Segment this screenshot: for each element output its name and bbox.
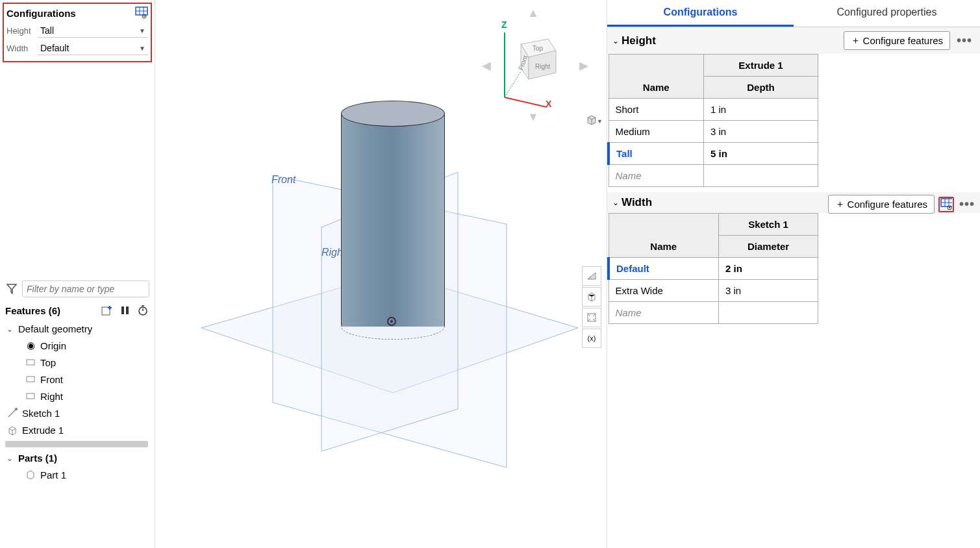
svg-line-25 [505,97,547,107]
tree-scrollbar[interactable] [5,441,148,447]
part-icon [25,469,36,480]
tool-variables-icon[interactable]: (x) [582,329,601,348]
configure-features-button-height[interactable]: ＋ Configure features [844,31,950,50]
col-group: Sketch 1 [718,214,818,236]
width-dropdown[interactable]: Default ▼ [38,42,148,55]
cell-value: 5 in [703,143,818,165]
viewport-toolstack: (x) [582,266,601,348]
width-label: Width [6,44,34,53]
origin-icon: ◉ [25,340,36,351]
tree-front[interactable]: Front [3,371,152,388]
tree-parts-header[interactable]: ⌄ Parts (1) [3,450,152,466]
chevron-down-icon: ▼ [139,45,145,52]
orbit-up-icon[interactable]: ▲ [527,6,539,20]
tab-configured-properties[interactable]: Configured properties [794,0,980,27]
plane-icon [25,373,36,385]
chevron-down-icon: ⌄ [612,198,619,207]
cell-name: Tall [609,143,703,165]
tree-right[interactable]: Right [3,388,152,405]
svg-text:Right: Right [535,63,551,70]
cylinder-part[interactable] [341,101,445,334]
scene-3d: Front Right [195,84,584,506]
table-row[interactable]: Medium3 in [609,121,818,143]
tree-origin[interactable]: ◉ Origin [3,337,152,354]
tree-top[interactable]: Top [3,354,152,371]
svg-rect-10 [126,306,129,314]
table-row-new[interactable]: Name [609,165,818,187]
height-label: Height [6,26,34,36]
tree-default-geometry[interactable]: ⌄ Default geometry [3,321,152,337]
table-row[interactable]: Short1 in [609,99,818,121]
configurations-panel: Configurations Height Tall ▼ Width Defau… [3,3,152,62]
cell-empty [703,165,818,187]
orbit-left-icon[interactable]: ◀ [482,58,491,73]
section-header-width[interactable]: ⌄ Width ＋ Configure features ••• [607,192,980,213]
tool-named-views-icon[interactable] [582,308,601,327]
more-options-icon[interactable]: ••• [954,33,975,48]
tree-part1[interactable]: Part 1 [3,466,152,483]
features-header: Features (6) [0,301,155,319]
cell-placeholder[interactable]: Name [609,302,718,324]
table-row-active[interactable]: Default2 in [609,258,818,280]
svg-point-38 [949,207,950,208]
cell-value: 3 in [703,121,818,143]
plane-icon [25,390,36,402]
tree-label: Origin [40,340,66,351]
cell-name: Default [609,258,718,280]
tree-sketch1[interactable]: Sketch 1 [3,405,152,421]
filter-input[interactable] [22,280,149,297]
table-visibility-icon[interactable] [135,6,148,19]
svg-point-5 [144,16,145,17]
chevron-down-icon: ⌄ [6,325,14,334]
table-row[interactable]: Extra Wide3 in [609,280,818,302]
extrude-icon [6,424,18,436]
cell-placeholder[interactable]: Name [609,165,703,187]
col-value: Diameter [718,236,818,258]
tree-label: Parts (1) [18,453,57,464]
col-value: Depth [703,77,818,99]
section-title-height: Height [622,34,844,47]
more-options-icon[interactable]: ••• [957,197,977,212]
svg-rect-16 [27,393,34,399]
stopwatch-icon[interactable] [136,304,149,317]
table-row-active[interactable]: Tall5 in [609,143,818,165]
cell-name: Medium [609,121,703,143]
viewport-3d[interactable]: Front Right ▲ ▼ ◀ ▶ Z X Top Front R [156,0,605,548]
height-dropdown[interactable]: Tall ▼ [38,24,148,38]
filter-icon[interactable] [5,282,18,295]
tab-configurations[interactable]: Configurations [607,0,794,27]
viewcube-top-label: Top [533,45,544,52]
cell-value: 2 in [718,258,818,280]
plus-icon: ＋ [835,198,845,210]
right-panel-tabs: Configurations Configured properties [607,0,980,27]
features-title: Features (6) [5,305,60,316]
cell-name: Short [609,99,703,121]
tool-section-view-icon[interactable] [582,266,601,286]
configurations-title: Configurations [6,8,76,19]
feature-tree: ⌄ Default geometry ◉ Origin Top Front Ri… [0,319,155,484]
origin-marker [387,317,396,326]
add-feature-icon[interactable] [100,304,113,317]
left-sidebar: Configurations Height Tall ▼ Width Defau… [0,0,155,548]
section-header-height[interactable]: ⌄ Height ＋ Configure features ••• [607,27,980,54]
chevron-down-icon: ⌄ [6,454,14,463]
tree-extrude1[interactable]: Extrude 1 [3,421,152,438]
orbit-right-icon[interactable]: ▶ [579,58,588,73]
right-panel: Configurations Configured properties ⌄ H… [607,0,980,548]
table-row-new[interactable]: Name [609,302,818,324]
tree-label: Sketch 1 [22,408,60,419]
cell-value: 1 in [703,99,818,121]
viewcube[interactable]: Top Front Right [509,32,561,84]
table-visibility-icon-highlighted[interactable] [938,197,954,212]
plus-icon: ＋ [851,34,861,47]
tool-isometric-icon[interactable] [582,287,601,306]
pause-icon[interactable] [118,304,131,317]
shading-mode-icon[interactable]: ▼ [586,114,597,126]
orbit-down-icon[interactable]: ▼ [527,110,539,124]
tree-label: Part 1 [40,469,66,480]
width-dropdown-value: Default [40,43,69,53]
col-name: Name [609,55,703,99]
chevron-down-icon: ▼ [139,27,145,34]
col-group: Extrude 1 [703,55,818,77]
configure-features-button-width[interactable]: ＋ Configure features [828,195,935,214]
